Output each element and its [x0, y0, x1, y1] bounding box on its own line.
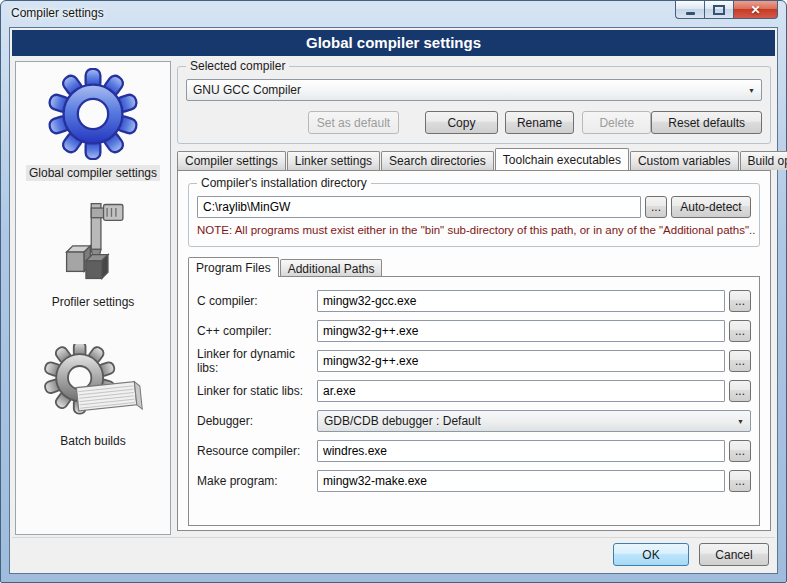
compiler-buttons-row: Set as default Copy Rename Delete Reset …: [186, 111, 762, 134]
blue-gear-icon: [47, 68, 139, 160]
compiler-select-value: GNU GCC Compiler: [193, 83, 301, 97]
close-button[interactable]: ✕: [733, 1, 778, 19]
tab-build-options[interactable]: Build options: [740, 151, 787, 170]
program-files-subtabs: Program Files Additional Paths: [188, 257, 383, 277]
ok-button[interactable]: OK: [613, 543, 689, 566]
settings-tabstrip: Compiler settings Linker settings Search…: [177, 148, 771, 170]
debugger-select-value: GDB/CDB debugger : Default: [324, 414, 481, 428]
make-program-input[interactable]: [317, 470, 725, 492]
auto-detect-button[interactable]: Auto-detect: [671, 196, 751, 218]
installation-directory-input[interactable]: [197, 196, 641, 218]
browse-button[interactable]: ...: [729, 350, 751, 372]
rename-button[interactable]: Rename: [505, 111, 574, 134]
browse-button[interactable]: ...: [729, 380, 751, 402]
tab-toolchain-executables[interactable]: Toolchain executables: [495, 148, 629, 170]
field-label: Debugger:: [197, 414, 317, 428]
titlebar[interactable]: Compiler settings ✕: [1, 1, 786, 27]
chevron-down-icon: ▼: [744, 80, 759, 100]
sidebar-item-label: Profiler settings: [49, 294, 138, 310]
page-title: Global compiler settings: [12, 30, 775, 56]
field-label: Make program:: [197, 474, 317, 488]
dialog-client-area: Global compiler settings: [9, 27, 778, 574]
browse-button[interactable]: ...: [729, 440, 751, 462]
make-program-row: Make program: ...: [197, 470, 751, 492]
field-label: C compiler:: [197, 294, 317, 308]
group-legend: Compiler's installation directory: [197, 176, 371, 190]
cpp-compiler-input[interactable]: [317, 320, 725, 342]
c-compiler-row: C compiler: ...: [197, 290, 751, 312]
field-label: Linker for dynamic libs:: [197, 347, 317, 375]
installation-directory-group: Compiler's installation directory ... Au…: [188, 183, 760, 247]
browse-button[interactable]: ...: [729, 470, 751, 492]
tab-program-files[interactable]: Program Files: [188, 257, 279, 277]
sidebar-item-label: Batch builds: [57, 433, 128, 449]
resource-compiler-input[interactable]: [317, 440, 725, 462]
gray-gear-papers-icon: [43, 344, 143, 428]
browse-directory-button[interactable]: ...: [645, 196, 667, 218]
minimize-icon: [686, 12, 695, 15]
installation-directory-row: ... Auto-detect: [197, 196, 751, 218]
browse-button[interactable]: ...: [729, 290, 751, 312]
sidebar-item-label: Global compiler settings: [26, 165, 160, 181]
maximize-button[interactable]: [704, 1, 733, 19]
tab-search-directories[interactable]: Search directories: [381, 151, 494, 170]
tab-additional-paths[interactable]: Additional Paths: [280, 259, 383, 277]
field-label: Resource compiler:: [197, 444, 317, 458]
static-linker-input[interactable]: [317, 380, 725, 402]
group-legend: Selected compiler: [186, 59, 289, 73]
dynamic-linker-row: Linker for dynamic libs: ...: [197, 350, 751, 372]
delete-button[interactable]: Delete: [582, 111, 651, 134]
sidebar-item-batch-builds[interactable]: Batch builds: [16, 344, 170, 449]
footer-buttons: OK Cancel: [613, 543, 769, 566]
dynamic-linker-input[interactable]: [317, 350, 725, 372]
copy-button[interactable]: Copy: [425, 111, 498, 134]
compiler-select[interactable]: GNU GCC Compiler ▼: [186, 79, 762, 101]
settings-sidebar: Global compiler settings: [15, 61, 171, 535]
selected-compiler-group: Selected compiler GNU GCC Compiler ▼ Set…: [177, 66, 771, 144]
dialog-window: Compiler settings ✕ Global compiler sett…: [0, 0, 787, 583]
tab-compiler-settings[interactable]: Compiler settings: [177, 151, 286, 170]
field-label: C++ compiler:: [197, 324, 317, 338]
tab-custom-variables[interactable]: Custom variables: [630, 151, 739, 170]
minimize-button[interactable]: [675, 1, 704, 19]
debugger-row: Debugger: GDB/CDB debugger : Default ▼: [197, 410, 751, 432]
window-controls: ✕: [675, 1, 778, 19]
cpp-compiler-row: C++ compiler: ...: [197, 320, 751, 342]
cancel-button[interactable]: Cancel: [699, 543, 769, 566]
browse-button[interactable]: ...: [729, 320, 751, 342]
tab-linker-settings[interactable]: Linker settings: [287, 151, 380, 170]
window-title: Compiler settings: [11, 6, 104, 20]
main-panel: Selected compiler GNU GCC Compiler ▼ Set…: [177, 60, 771, 567]
footer-divider: [12, 537, 775, 538]
note-text: NOTE: All programs must exist either in …: [197, 224, 755, 236]
sidebar-item-profiler-settings[interactable]: Profiler settings: [16, 201, 170, 310]
static-linker-row: Linker for static libs: ...: [197, 380, 751, 402]
close-icon: ✕: [750, 3, 760, 17]
maximize-icon: [713, 5, 725, 15]
caliper-icon: [49, 201, 137, 289]
sidebar-item-global-compiler-settings[interactable]: Global compiler settings: [16, 68, 170, 181]
toolchain-executables-page: Compiler's installation directory ... Au…: [177, 170, 771, 531]
chevron-down-icon: ▼: [733, 411, 748, 431]
set-as-default-button[interactable]: Set as default: [308, 111, 399, 134]
resource-compiler-row: Resource compiler: ...: [197, 440, 751, 462]
program-files-page: C compiler: ... C++ compiler: ... Linker…: [188, 276, 760, 526]
debugger-select[interactable]: GDB/CDB debugger : Default ▼: [317, 410, 751, 432]
reset-defaults-button[interactable]: Reset defaults: [651, 111, 762, 134]
c-compiler-input[interactable]: [317, 290, 725, 312]
field-label: Linker for static libs:: [197, 384, 317, 398]
